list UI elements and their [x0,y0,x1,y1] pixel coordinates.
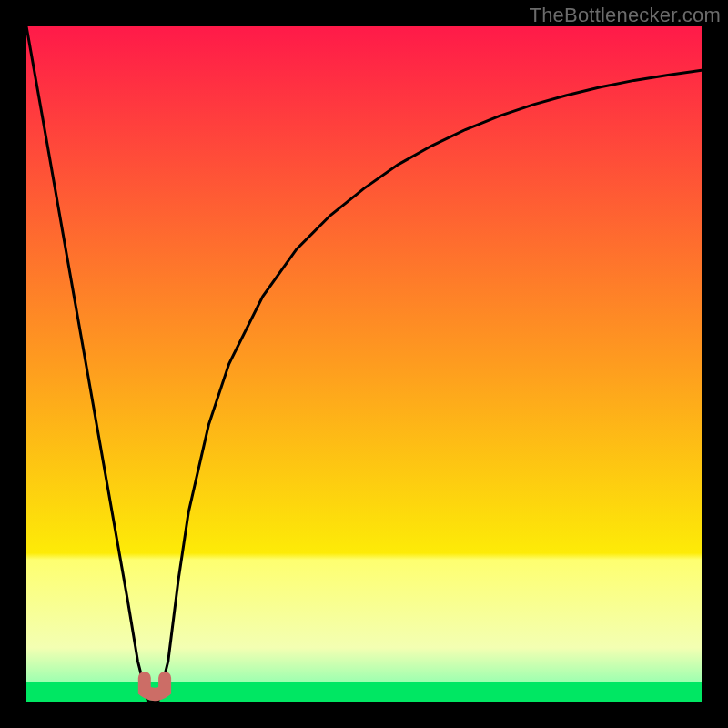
curve-line [26,26,702,702]
gradient-plot-area [26,26,702,702]
chart-frame: TheBottlenecker.com [0,0,728,728]
bottleneck-curve [26,26,702,702]
watermark-text: TheBottlenecker.com [530,4,721,27]
minimum-marker [145,678,165,694]
